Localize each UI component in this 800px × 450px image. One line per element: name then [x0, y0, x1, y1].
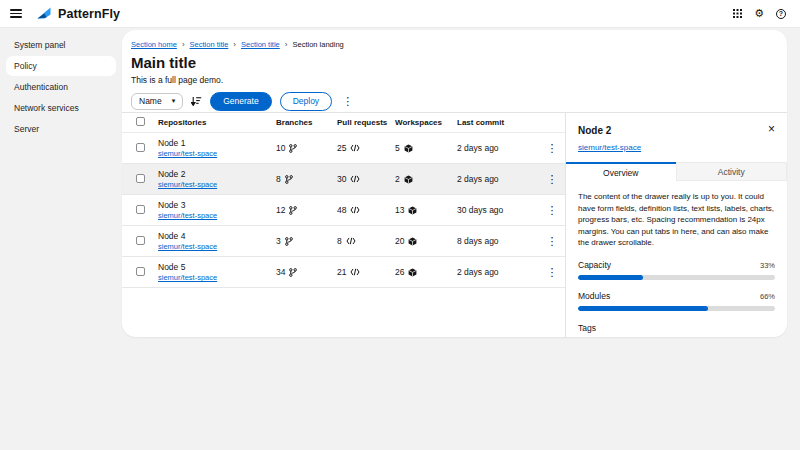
row-kebab-icon[interactable]: ⋮: [539, 267, 565, 278]
workspaces-count: 26: [395, 267, 404, 277]
sidebar-item-server[interactable]: Server: [6, 119, 116, 139]
column-header-pull-requests: Pull requests: [337, 118, 395, 127]
modules-value: 66%: [760, 292, 775, 301]
brand-title: PatternFly: [58, 7, 120, 21]
repo-link[interactable]: siemur/test-space: [158, 180, 217, 189]
repo-link[interactable]: siemur/test-space: [158, 242, 217, 251]
table-row[interactable]: Node 1 siemur/test-space 10 25 5: [122, 133, 565, 164]
cube-icon: [404, 175, 413, 184]
toolbar-kebab-icon[interactable]: ⋮: [340, 96, 355, 107]
repo-link[interactable]: siemur/test-space: [158, 149, 217, 158]
page-title: Main title: [131, 54, 775, 71]
menu-icon[interactable]: [10, 9, 22, 18]
deploy-button[interactable]: Deploy: [280, 92, 332, 111]
settings-icon[interactable]: ⚙: [754, 8, 764, 19]
row-checkbox[interactable]: [136, 205, 145, 214]
tab-activity[interactable]: Activity: [676, 162, 788, 181]
pull-requests-count: 8: [337, 236, 342, 246]
cube-icon: [408, 206, 417, 215]
capacity-progress: Capacity 33%: [578, 260, 775, 280]
column-header-repositories: Repositories: [158, 118, 276, 127]
close-icon[interactable]: ×: [768, 125, 775, 135]
capacity-value: 33%: [760, 261, 775, 270]
modules-progress: Modules 66%: [578, 291, 775, 311]
repo-name: Node 5: [158, 262, 276, 272]
last-commit: 8 days ago: [457, 236, 539, 246]
code-branch-icon: [285, 237, 293, 246]
sort-icon[interactable]: [191, 96, 202, 106]
pull-requests-count: 25: [337, 143, 346, 153]
tab-overview[interactable]: Overview: [566, 162, 676, 181]
pull-requests-count: 30: [337, 174, 346, 184]
cube-icon: [408, 237, 417, 246]
tags-section: Tags Tag 1 Tag 2 Tag 3 2 more: [578, 323, 775, 337]
name-filter-select[interactable]: Name ▾: [131, 93, 183, 110]
workspaces-count: 5: [395, 143, 400, 153]
code-icon: [346, 237, 356, 245]
code-branch-icon: [289, 206, 297, 215]
generate-button[interactable]: Generate: [210, 92, 271, 111]
sidebar-item-policy[interactable]: Policy: [6, 56, 116, 76]
workspaces-count: 20: [395, 236, 404, 246]
row-kebab-icon[interactable]: ⋮: [539, 205, 565, 216]
column-header-branches: Branches: [276, 118, 337, 127]
last-commit: 2 days ago: [457, 267, 539, 277]
table-row[interactable]: Node 2 siemur/test-space 8 30 2: [122, 164, 565, 195]
row-kebab-icon[interactable]: ⋮: [539, 143, 565, 154]
drawer-repo-link[interactable]: siemur/test-space: [578, 143, 641, 152]
code-icon: [350, 144, 360, 152]
sidebar-item-system-panel[interactable]: System panel: [6, 35, 116, 55]
table-row[interactable]: Node 4 siemur/test-space 3 8 20: [122, 226, 565, 257]
branches-count: 8: [276, 174, 281, 184]
last-commit: 2 days ago: [457, 143, 539, 153]
code-branch-icon: [285, 175, 293, 184]
branches-count: 10: [276, 143, 285, 153]
breadcrumb-link[interactable]: Section title: [190, 40, 229, 49]
toolbar: Name ▾: [131, 92, 775, 110]
chevron-right-icon: ›: [233, 41, 236, 49]
breadcrumb-link[interactable]: Section home: [131, 40, 177, 49]
drawer-description: The content of the drawer really is up t…: [578, 191, 775, 249]
repo-link[interactable]: siemur/test-space: [158, 273, 217, 282]
row-kebab-icon[interactable]: ⋮: [539, 174, 565, 185]
breadcrumb: Section home › Section title › Section t…: [131, 40, 775, 49]
help-icon[interactable]: ?: [776, 9, 786, 19]
repo-name: Node 2: [158, 169, 276, 179]
sidebar-item-network-services[interactable]: Network services: [6, 98, 116, 118]
select-all-checkbox[interactable]: [136, 117, 145, 126]
page-subtitle: This is a full page demo.: [131, 75, 775, 85]
code-icon: [350, 206, 360, 214]
masthead: PatternFly ⚙ ?: [0, 0, 800, 28]
app-launcher-icon[interactable]: [733, 9, 742, 18]
details-drawer: Node 2 × siemur/test-space Overview Acti…: [565, 113, 787, 337]
drawer-title: Node 2: [578, 125, 611, 136]
column-header-last-commit: Last commit: [457, 118, 539, 127]
workspaces-count: 2: [395, 174, 400, 184]
repo-link[interactable]: siemur/test-space: [158, 211, 217, 220]
main-content: Section home › Section title › Section t…: [122, 28, 800, 449]
cube-icon: [408, 268, 417, 277]
repo-name: Node 1: [158, 138, 276, 148]
pull-requests-count: 48: [337, 205, 346, 215]
capacity-progress-track: [578, 275, 775, 280]
row-checkbox[interactable]: [136, 267, 145, 276]
branches-count: 34: [276, 267, 285, 277]
row-checkbox[interactable]: [136, 174, 145, 183]
code-branch-icon: [289, 144, 297, 153]
column-header-workspaces: Workspaces: [395, 118, 457, 127]
row-kebab-icon[interactable]: ⋮: [539, 236, 565, 247]
breadcrumb-link[interactable]: Section title: [241, 40, 280, 49]
chevron-down-icon: ▾: [172, 97, 176, 105]
row-checkbox[interactable]: [136, 236, 145, 245]
table-row[interactable]: Node 3 siemur/test-space 12 48 13: [122, 195, 565, 226]
capacity-progress-fill: [578, 275, 643, 280]
sidebar-item-authentication[interactable]: Authentication: [6, 77, 116, 97]
table-row[interactable]: Node 5 siemur/test-space 34 21 26: [122, 257, 565, 288]
branches-count: 12: [276, 205, 285, 215]
chevron-right-icon: ›: [285, 41, 288, 49]
repo-name: Node 4: [158, 231, 276, 241]
last-commit: 30 days ago: [457, 205, 539, 215]
chevron-right-icon: ›: [182, 41, 185, 49]
tags-label: Tags: [578, 323, 775, 333]
row-checkbox[interactable]: [136, 143, 145, 152]
